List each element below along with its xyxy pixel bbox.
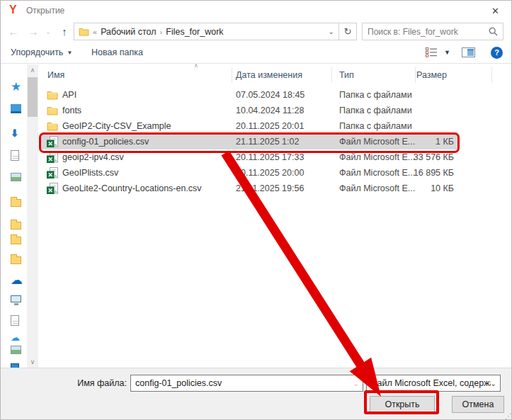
sidebar-item-folder-icon[interactable] [11, 196, 25, 209]
file-name: API [62, 90, 76, 100]
file-date: 20.11.2025 20:00 [236, 168, 304, 178]
help-button[interactable]: ? [491, 42, 503, 63]
sidebar-scrollbar[interactable]: ∧ ∨ [27, 64, 38, 368]
file-row[interactable]: a,config-01_policies.csv21.11.2025 1:02Ф… [40, 134, 458, 149]
command-toolbar: Упорядочить ▼ Новая папка ▼ ? [1, 42, 511, 64]
sidebar-item-onedrive-icon[interactable]: ☁ [11, 274, 25, 287]
recent-locations-button[interactable]: ⌄ [43, 21, 53, 42]
file-date: 20.11.2025 17:33 [236, 152, 304, 162]
sidebar-item-documents-icon[interactable] [11, 150, 25, 163]
forward-icon: → [28, 25, 39, 38]
navigation-pane: ★⬇☁☁ [1, 64, 26, 368]
details-view-icon [426, 47, 438, 57]
file-date: 10.04.2024 11:28 [236, 106, 304, 115]
refresh-button[interactable]: ↻ [339, 23, 357, 40]
filename-chevron-icon[interactable]: ⌄ [353, 380, 363, 387]
folder-icon [47, 121, 58, 131]
sidebar-item-pictures2-icon[interactable] [11, 346, 25, 358]
folder-icon [47, 90, 58, 100]
svg-text:a,: a, [55, 142, 58, 147]
preview-pane-button[interactable] [462, 42, 475, 63]
scroll-down-icon[interactable]: ∨ [27, 356, 38, 368]
column-divider[interactable] [491, 67, 492, 83]
dialog-footer: Имя файла: ⌄ Файл Microsoft Excel, содер… [1, 368, 512, 420]
excel-file-icon: a, [47, 136, 58, 147]
folder-icon [47, 106, 58, 115]
sidebar-item-folder-icon[interactable] [11, 254, 25, 266]
crumb-separator-icon: › [160, 28, 163, 36]
excel-file-icon: a, [47, 167, 58, 178]
column-divider[interactable] [232, 67, 232, 83]
view-chevron-icon: ▼ [444, 49, 450, 56]
sidebar-item-folder-icon[interactable] [11, 234, 25, 246]
view-chevron-button[interactable]: ▼ [444, 42, 450, 63]
sidebar-item-documents2-icon[interactable] [11, 315, 25, 328]
filename-input[interactable] [131, 378, 353, 388]
view-details-button[interactable] [426, 42, 438, 63]
file-row[interactable]: API07.05.2024 18:45Папка с файлами [40, 87, 458, 103]
file-type: Папка с файлами [339, 121, 412, 131]
sidebar-item-network-icon[interactable] [11, 361, 25, 368]
file-size: 33 576 КБ [376, 152, 454, 162]
file-name: fonts [62, 106, 81, 115]
excel-file-icon: a, [47, 183, 58, 194]
crumb-overflow-icon[interactable]: « [93, 28, 97, 36]
new-folder-label: Новая папка [91, 47, 143, 57]
column-header-type[interactable]: Тип [339, 70, 354, 80]
file-row[interactable]: a,GeoIPlists.csv20.11.2025 20:00Файл Mic… [40, 165, 458, 181]
list-header: ∧ Имя Дата изменения Тип Размер [40, 66, 512, 84]
close-button[interactable]: ✕ [479, 1, 511, 21]
help-icon: ? [491, 47, 503, 59]
search-icon [489, 27, 498, 36]
column-divider[interactable] [331, 67, 332, 83]
up-button[interactable]: ↑ [57, 21, 72, 42]
open-file-dialog: Y Открытие ✕ ← → ⌄ ↑ « Рабочий стол › Fi… [0, 0, 512, 420]
organize-label: Упорядочить [11, 47, 63, 57]
file-row[interactable]: fonts10.04.2024 11:28Папка с файлами [40, 103, 458, 118]
scrollbar-thumb[interactable] [28, 77, 38, 117]
cancel-button[interactable]: Отмена [452, 396, 504, 413]
sidebar-item-cloud-icon[interactable]: ☁ [11, 331, 25, 344]
title-bar: Y Открытие ✕ [1, 1, 511, 21]
window-title: Открытие [26, 6, 64, 16]
file-date: 20.11.2025 20:01 [236, 121, 304, 131]
back-button[interactable]: ← [6, 21, 21, 42]
column-header-size[interactable]: Размер [416, 70, 447, 80]
filetype-dropdown[interactable]: Файл Microsoft Excel, содержа ⌄ [366, 375, 501, 392]
file-size: 16 895 КБ [376, 168, 454, 178]
up-icon: ↑ [62, 25, 67, 38]
forward-button[interactable]: → [26, 21, 40, 42]
file-date: 21.11.2025 1:02 [236, 137, 299, 147]
column-header-date[interactable]: Дата изменения [236, 70, 302, 80]
sidebar-item-pictures-icon[interactable] [11, 173, 25, 186]
open-button[interactable]: Открыть [370, 396, 435, 413]
file-row[interactable]: a,geoip2-ipv4.csv20.11.2025 17:33Файл Mi… [40, 149, 458, 165]
search-input[interactable] [368, 27, 489, 37]
column-divider[interactable] [415, 67, 416, 83]
file-row[interactable]: GeoIP2-City-CSV_Example20.11.2025 20:01П… [40, 118, 458, 134]
scroll-up-icon[interactable]: ∧ [27, 64, 38, 76]
sidebar-item-star-icon[interactable]: ★ [11, 81, 25, 93]
yandex-logo-icon: Y [9, 4, 21, 16]
sort-ascending-icon: ∧ [194, 62, 198, 69]
sidebar-item-folder-icon[interactable] [11, 219, 25, 232]
file-name: geoip2-ipv4.csv [62, 152, 124, 162]
sidebar-item-downloads-icon[interactable]: ⬇ [11, 127, 25, 140]
excel-file-icon: a, [47, 152, 58, 163]
filetype-value: Файл Microsoft Excel, содержа [370, 378, 491, 388]
sidebar-item-thispc-icon[interactable] [11, 295, 25, 308]
file-type: Папка с файлами [339, 106, 412, 115]
column-header-name[interactable]: Имя [47, 70, 64, 80]
address-dropdown-icon[interactable]: ⌄ [329, 28, 334, 35]
organize-chevron-icon: ▼ [67, 50, 72, 56]
resize-grip[interactable]: ⋰ [505, 412, 511, 420]
new-folder-button[interactable]: Новая папка [91, 42, 143, 63]
file-row[interactable]: a,GeoLite2-Country-Locations-en.csv21.11… [40, 181, 458, 196]
svg-text:a,: a, [55, 158, 58, 162]
breadcrumb-files-for-work[interactable]: Files_for_work [166, 27, 223, 37]
address-bar[interactable]: « Рабочий стол › Files_for_work ⌄ [74, 23, 339, 40]
breadcrumb-desktop[interactable]: Рабочий стол [101, 27, 156, 37]
file-size: 1 КБ [376, 137, 454, 147]
organize-button[interactable]: Упорядочить ▼ [11, 42, 72, 63]
sidebar-item-desktop-icon[interactable] [11, 104, 25, 117]
